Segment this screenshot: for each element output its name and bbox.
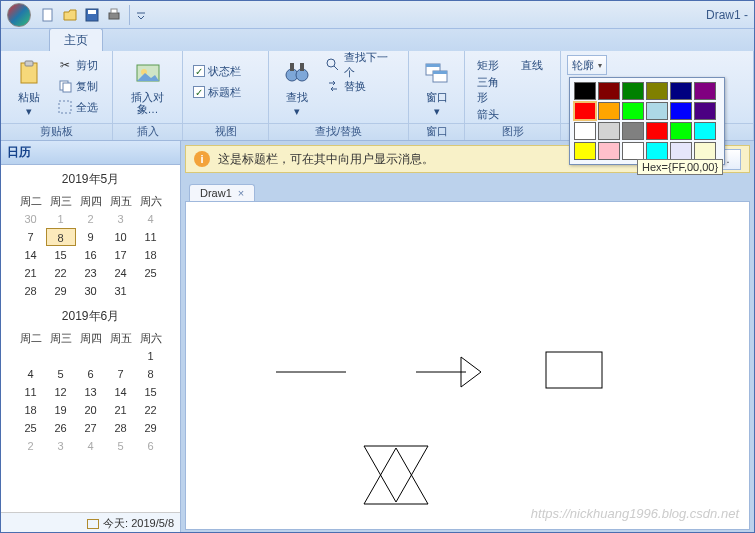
calendar-day[interactable]: 28 bbox=[106, 419, 136, 437]
calendar-day[interactable]: 2 bbox=[16, 437, 46, 455]
calendar-day[interactable]: 15 bbox=[136, 383, 166, 401]
calendar-day[interactable]: 4 bbox=[16, 365, 46, 383]
calendar-day[interactable]: 7 bbox=[16, 228, 46, 246]
color-swatch[interactable] bbox=[574, 82, 596, 100]
calendar-day[interactable]: 4 bbox=[136, 210, 166, 228]
qat-open-icon[interactable] bbox=[60, 5, 80, 25]
calendar-day[interactable]: 22 bbox=[136, 401, 166, 419]
outline-color-dropdown[interactable]: 轮廓 ▾ bbox=[567, 55, 607, 75]
calendar-day[interactable]: 8 bbox=[136, 365, 166, 383]
calendar-day[interactable]: 23 bbox=[76, 264, 106, 282]
find-button[interactable]: 查找 ▾ bbox=[275, 55, 319, 121]
calendar-day[interactable]: 6 bbox=[136, 437, 166, 455]
color-swatch[interactable] bbox=[646, 122, 668, 140]
app-menu-button[interactable] bbox=[1, 1, 37, 29]
color-swatch[interactable] bbox=[670, 142, 692, 160]
color-swatch[interactable] bbox=[694, 82, 716, 100]
calendar-day[interactable]: 3 bbox=[46, 437, 76, 455]
color-swatch[interactable] bbox=[646, 102, 668, 120]
calendar-day[interactable]: 29 bbox=[46, 282, 76, 300]
replace-button[interactable]: 替换 bbox=[321, 76, 402, 96]
shape-arrow-button[interactable]: 箭头 bbox=[471, 106, 511, 123]
calendar-day[interactable]: 1 bbox=[136, 347, 166, 365]
find-next-button[interactable]: 查找下一个 bbox=[321, 55, 402, 75]
calendar-day[interactable]: 25 bbox=[16, 419, 46, 437]
statusbar-checkbox[interactable]: ✓状态栏 bbox=[189, 61, 245, 81]
calendar-day[interactable]: 9 bbox=[76, 228, 106, 246]
calendar-day[interactable]: 11 bbox=[136, 228, 166, 246]
window-button[interactable]: 窗口 ▾ bbox=[415, 55, 458, 121]
calendar-day[interactable]: 21 bbox=[16, 264, 46, 282]
calendar-day[interactable]: 18 bbox=[16, 401, 46, 419]
color-swatch[interactable] bbox=[574, 102, 596, 120]
color-swatch[interactable] bbox=[598, 142, 620, 160]
color-swatch[interactable] bbox=[694, 122, 716, 140]
color-swatch[interactable] bbox=[670, 82, 692, 100]
calendar-day[interactable]: 12 bbox=[46, 383, 76, 401]
qat-save-icon[interactable] bbox=[82, 5, 102, 25]
calendar-day[interactable]: 17 bbox=[106, 246, 136, 264]
calendar-day[interactable]: 24 bbox=[106, 264, 136, 282]
paste-button[interactable]: 粘贴 ▾ bbox=[7, 55, 51, 121]
calendar-day[interactable]: 22 bbox=[46, 264, 76, 282]
calendar-day[interactable]: 28 bbox=[16, 282, 46, 300]
calendar-day[interactable]: 5 bbox=[46, 365, 76, 383]
drawing-canvas[interactable]: https://nickhuang1996.blog.csdn.net bbox=[185, 201, 750, 530]
calendar-day[interactable]: 29 bbox=[136, 419, 166, 437]
calendar-day[interactable]: 14 bbox=[106, 383, 136, 401]
close-icon[interactable]: × bbox=[238, 187, 244, 199]
color-swatch[interactable] bbox=[622, 142, 644, 160]
calendar-day[interactable]: 2 bbox=[76, 210, 106, 228]
calendar-day[interactable]: 26 bbox=[46, 419, 76, 437]
color-swatch[interactable] bbox=[574, 122, 596, 140]
qat-print-icon[interactable] bbox=[104, 5, 124, 25]
calendar-day[interactable]: 21 bbox=[106, 401, 136, 419]
color-swatch[interactable] bbox=[670, 122, 692, 140]
color-swatch[interactable] bbox=[598, 102, 620, 120]
calendar-day[interactable]: 6 bbox=[76, 365, 106, 383]
calendar-day[interactable]: 25 bbox=[136, 264, 166, 282]
calendar-day[interactable]: 16 bbox=[76, 246, 106, 264]
shape-triangle-button[interactable]: 三角形 bbox=[471, 74, 511, 106]
tab-home[interactable]: 主页 bbox=[49, 28, 103, 51]
calendar-day[interactable]: 30 bbox=[76, 282, 106, 300]
calendar-day[interactable]: 13 bbox=[76, 383, 106, 401]
calendar-day[interactable]: 18 bbox=[136, 246, 166, 264]
doc-tab-draw1[interactable]: Draw1 × bbox=[189, 184, 255, 201]
calendar-day[interactable]: 11 bbox=[16, 383, 46, 401]
calendar-day[interactable]: 19 bbox=[46, 401, 76, 419]
color-swatch[interactable] bbox=[646, 82, 668, 100]
calendar-day[interactable]: 3 bbox=[106, 210, 136, 228]
calendar-day[interactable]: 31 bbox=[106, 282, 136, 300]
calendar-day[interactable]: 20 bbox=[76, 401, 106, 419]
calendar-day[interactable]: 10 bbox=[106, 228, 136, 246]
color-swatch[interactable] bbox=[622, 122, 644, 140]
calendar-day[interactable]: 15 bbox=[46, 246, 76, 264]
insert-object-button[interactable]: 插入对象… bbox=[126, 55, 170, 121]
cut-button[interactable]: ✂剪切 bbox=[53, 55, 102, 75]
color-swatch[interactable] bbox=[622, 82, 644, 100]
calendar-day[interactable]: 14 bbox=[16, 246, 46, 264]
qat-new-icon[interactable] bbox=[38, 5, 58, 25]
calendar-day[interactable]: 5 bbox=[106, 437, 136, 455]
color-swatch[interactable] bbox=[694, 102, 716, 120]
calendar-day[interactable]: 4 bbox=[76, 437, 106, 455]
calendar-day[interactable]: 7 bbox=[106, 365, 136, 383]
shape-rect-button[interactable]: 矩形 bbox=[471, 57, 511, 74]
calendar-day[interactable]: 27 bbox=[76, 419, 106, 437]
color-swatch[interactable] bbox=[574, 142, 596, 160]
calendar-day[interactable]: 8 bbox=[46, 228, 76, 246]
color-swatch[interactable] bbox=[646, 142, 668, 160]
qat-customize-icon[interactable] bbox=[134, 5, 148, 25]
color-swatch[interactable] bbox=[598, 122, 620, 140]
color-swatch[interactable] bbox=[598, 82, 620, 100]
titlebar-checkbox[interactable]: ✓标题栏 bbox=[189, 82, 245, 102]
color-swatch[interactable] bbox=[694, 142, 716, 160]
shape-line-button[interactable]: 直线 bbox=[515, 57, 555, 74]
color-swatch[interactable] bbox=[670, 102, 692, 120]
today-button[interactable]: 今天: 2019/5/8 bbox=[1, 512, 180, 533]
color-swatch[interactable] bbox=[622, 102, 644, 120]
calendar-day[interactable]: 1 bbox=[46, 210, 76, 228]
calendar-day[interactable]: 30 bbox=[16, 210, 46, 228]
copy-button[interactable]: 复制 bbox=[53, 76, 102, 96]
